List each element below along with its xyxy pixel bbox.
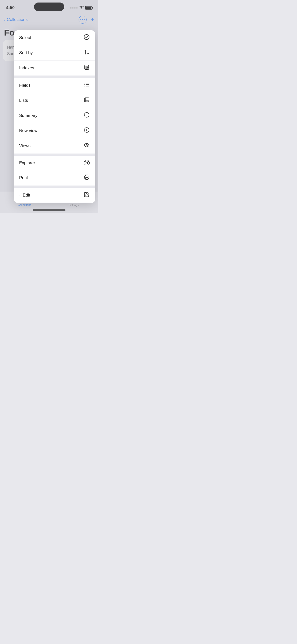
menu-item-summary-label: Summary	[19, 113, 38, 118]
menu-group-1: Select Sort by Indexes	[14, 30, 95, 75]
sort-icon	[83, 49, 90, 56]
menu-item-select-label: Select	[19, 35, 31, 40]
lists-icon	[83, 97, 90, 104]
menu-item-new-view[interactable]: New view	[14, 123, 95, 138]
menu-item-print-label: Print	[19, 175, 28, 180]
svg-rect-9	[87, 162, 89, 164]
menu-item-print[interactable]: Print	[14, 170, 95, 185]
menu-item-views[interactable]: Views	[14, 138, 95, 153]
svg-rect-8	[84, 162, 86, 164]
menu-group-2: Fields Lists Summ	[14, 78, 95, 153]
views-eye-icon	[83, 142, 90, 149]
menu-item-select[interactable]: Select	[14, 30, 95, 45]
menu-separator-2	[14, 154, 95, 156]
menu-item-explorer-label: Explorer	[19, 160, 35, 166]
svg-point-11	[88, 177, 88, 178]
menu-item-summary[interactable]: Summary	[14, 108, 95, 123]
menu-item-views-label: Views	[19, 143, 30, 148]
menu-item-indexes-label: Indexes	[19, 66, 34, 71]
fields-icon	[83, 82, 90, 89]
svg-point-0	[84, 35, 89, 40]
index-icon	[83, 64, 90, 72]
svg-rect-3	[84, 98, 89, 102]
new-view-icon	[83, 127, 90, 134]
menu-separator-1	[14, 76, 95, 78]
menu-item-fields[interactable]: Fields	[14, 78, 95, 93]
edit-square-icon	[83, 191, 90, 199]
menu-separator-3	[14, 186, 95, 188]
menu-item-edit[interactable]: › Edit	[14, 188, 95, 203]
menu-item-sort-label: Sort by	[19, 50, 33, 55]
menu-item-lists-label: Lists	[19, 98, 28, 103]
svg-rect-10	[85, 178, 88, 179]
menu-group-4: › Edit	[14, 188, 95, 203]
summary-icon	[83, 112, 90, 119]
menu-item-lists[interactable]: Lists	[14, 93, 95, 108]
menu-item-sort[interactable]: Sort by	[14, 45, 95, 60]
menu-item-new-view-label: New view	[19, 128, 38, 133]
menu-item-explorer[interactable]: Explorer	[14, 156, 95, 170]
svg-point-7	[86, 145, 87, 145]
checkmark-circle-icon	[83, 34, 90, 41]
printer-icon	[83, 174, 90, 181]
menu-item-edit-label: Edit	[23, 193, 30, 198]
explorer-binoculars-icon	[83, 159, 90, 166]
menu-item-fields-label: Fields	[19, 83, 30, 88]
menu-item-indexes[interactable]: Indexes	[14, 60, 95, 75]
context-menu: Select Sort by Indexes	[14, 30, 95, 203]
menu-group-3: Explorer Print	[14, 156, 95, 185]
edit-chevron-icon: ›	[19, 193, 20, 197]
